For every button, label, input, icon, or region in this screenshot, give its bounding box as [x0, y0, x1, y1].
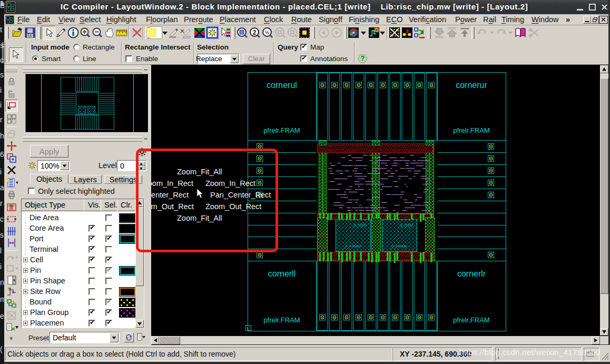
svg-text:pfrelr.FRAM: pfrelr.FRAM — [263, 316, 300, 324]
svg-text:pfrelr.FRAM: pfrelr.FRAM — [453, 316, 489, 324]
svg-text:3: 3 — [406, 28, 408, 34]
svg-text:½: ½ — [265, 29, 269, 35]
svg-text:cornerul: cornerul — [267, 81, 297, 90]
svg-text:cornerll: cornerll — [268, 269, 296, 278]
svg-text:cornerur: cornerur — [456, 81, 487, 90]
svg-text:pfrelr.FRAM: pfrelr.FRAM — [453, 126, 489, 134]
svg-text:_9_FRAM: _9_FRAM — [342, 244, 361, 249]
svg-text:L: L — [247, 327, 249, 330]
svg-text:_8_RAM: _8_RAM — [397, 223, 413, 228]
svg-text:pfrelr.FRAM: pfrelr.FRAM — [263, 126, 300, 134]
svg-text:2: 2 — [253, 29, 257, 36]
svg-text:_8_RAM: _8_RAM — [351, 223, 367, 228]
svg-text:_9_FRAM: _9_FRAM — [389, 244, 407, 249]
svg-text:cornerlr: cornerlr — [457, 269, 486, 278]
